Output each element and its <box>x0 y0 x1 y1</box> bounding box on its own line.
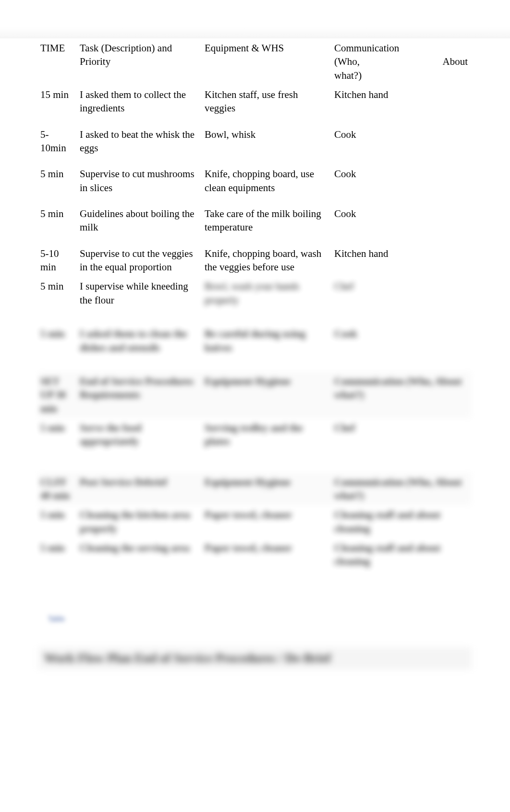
table-row: 5 min Guidelines about boiling the milk … <box>38 204 472 237</box>
cell-time: 5 min <box>38 204 78 237</box>
table-row: 5 min Cleaning the kitchen area properly… <box>38 505 472 538</box>
cell-comm: Kitchen hand <box>332 85 472 118</box>
cell-equip: Knife, chopping board, use clean equipme… <box>203 164 332 197</box>
cell-task: I asked them to collect the ingredients <box>78 85 203 118</box>
cell-task: Supervise to cut mushrooms in slices <box>78 164 203 197</box>
cell-time: 5 min <box>38 538 78 571</box>
cell-time: 5-10 min <box>38 244 78 277</box>
cell-time: 5 min <box>38 418 78 451</box>
cell-equip: Paper towel, cleaner <box>203 538 332 571</box>
table-row: 5 min Cleaning the serving area Paper to… <box>38 538 472 571</box>
table-row: 5 min I supervise while kneeding the flo… <box>38 277 472 310</box>
cell-time: 5 min <box>38 324 78 357</box>
cell-time: 5 min <box>38 277 78 310</box>
cell-comm: Chef <box>332 277 472 310</box>
cell-equip: Serving trolley and the plates <box>203 418 332 451</box>
cell-comm: Cook <box>332 164 472 197</box>
header-comm: Communication (Who, About what?) <box>332 473 472 506</box>
header-comm-line1: Communication <box>334 41 468 55</box>
cell-task: I supervise while kneeding the flour <box>78 277 203 310</box>
cell-task: I asked them to clean the dishes and ute… <box>78 324 203 357</box>
cell-comm: Cook <box>332 324 472 357</box>
header-time: CLFF 40 min <box>38 473 78 506</box>
cell-time: 5 min <box>38 505 78 538</box>
blurred-table-1: 5 min I asked them to clean the dishes a… <box>38 324 472 357</box>
header-equip: Equipment Hygiene <box>203 372 332 418</box>
header-comm: Communication (Who, About what?) <box>332 372 472 418</box>
header-equip: Equipment Hygiene <box>203 473 332 506</box>
blurred-section: 5 min I asked them to clean the dishes a… <box>38 324 472 571</box>
table-row: 5-10min I asked to beat the whisk the eg… <box>38 125 472 158</box>
cell-time: 5-10min <box>38 125 78 158</box>
cell-equip: Knife, chopping board, wash the veggies … <box>203 244 332 277</box>
cell-comm: Cook <box>332 204 472 237</box>
table-header-row: SET UP 30 min End of Service Procedures … <box>38 372 472 418</box>
header-task: Post Service Debrief <box>78 473 203 506</box>
cell-task: Serve the food appropriately <box>78 418 203 451</box>
cell-equip: Bowl, wash your hands properly <box>203 277 332 310</box>
table-row: 5 min I asked them to clean the dishes a… <box>38 324 472 357</box>
cell-comm: Chef <box>332 418 472 451</box>
header-comm: Communication (Who, About what?) <box>332 38 472 85</box>
cell-equip: Bowl, whisk <box>203 125 332 158</box>
cell-task: Guidelines about boiling the milk <box>78 204 203 237</box>
table-row: 5-10 min Supervise to cut the veggies in… <box>38 244 472 277</box>
cell-equip: Take care of the milk boiling temperatur… <box>203 204 332 237</box>
cell-task: Cleaning the kitchen area properly <box>78 505 203 538</box>
header-comm-who: (Who, <box>334 55 360 68</box>
blurred-table-2: SET UP 30 min End of Service Procedures … <box>38 372 472 458</box>
header-comm-what: what?) <box>334 69 468 82</box>
cell-task: I asked to beat the whisk the eggs <box>78 125 203 158</box>
cell-time: 5 min <box>38 164 78 197</box>
header-task: Task (Description) and Priority <box>78 38 203 85</box>
header-comm-about: About <box>443 55 468 68</box>
table-header-row: CLFF 40 min Post Service Debrief Equipme… <box>38 473 472 506</box>
cell-comm: Cook <box>332 125 472 158</box>
header-time: TIME <box>38 38 78 85</box>
cell-equip: Paper towel, cleaner <box>203 505 332 538</box>
cell-comm: Cleaning staff and about cleaning <box>332 505 472 538</box>
cell-equip: Be careful during using knives <box>203 324 332 357</box>
table-row: 5 min Supervise to cut mushrooms in slic… <box>38 164 472 197</box>
header-task: End of Service Procedures Requirements <box>78 372 203 418</box>
table-row: 5 min Serve the food appropriately Servi… <box>38 418 472 451</box>
workflow-table: TIME Task (Description) and Priority Equ… <box>38 38 472 310</box>
cell-task: Supervise to cut the veggies in the equa… <box>78 244 203 277</box>
cell-time: 15 min <box>38 85 78 118</box>
header-equip: Equipment & WHS <box>203 38 332 85</box>
cell-comm: Kitchen hand <box>332 244 472 277</box>
footer-small-label: Table <box>48 615 65 623</box>
footer-heading: Work Flow Plan End of Service Procedures… <box>38 647 472 669</box>
top-gradient <box>0 0 510 38</box>
cell-comm: Cleaning staff and about cleaning <box>332 538 472 571</box>
blurred-table-3: CLFF 40 min Post Service Debrief Equipme… <box>38 473 472 571</box>
document-page: TIME Task (Description) and Priority Equ… <box>0 38 510 703</box>
cell-task: Cleaning the serving area <box>78 538 203 571</box>
cell-equip: Kitchen staff, use fresh veggies <box>203 85 332 118</box>
table-header-row: TIME Task (Description) and Priority Equ… <box>38 38 472 85</box>
header-time: SET UP 30 min <box>38 372 78 418</box>
table-row: 15 min I asked them to collect the ingre… <box>38 85 472 118</box>
